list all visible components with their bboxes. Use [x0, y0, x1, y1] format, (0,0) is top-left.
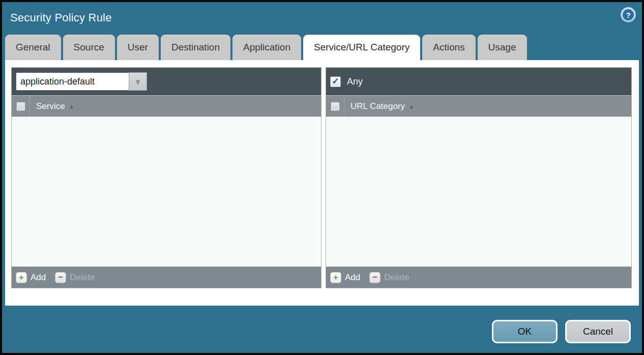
service-select-all-checkbox[interactable] — [16, 102, 25, 111]
service-add-label: Add — [31, 272, 46, 283]
tab-source[interactable]: Source — [63, 35, 115, 60]
any-checkbox[interactable]: ✓ — [330, 76, 341, 87]
url-category-column-header[interactable]: URL Category — [350, 101, 405, 112]
service-table-footer: + Add − Delete — [12, 266, 321, 288]
service-toolbar: ▼ — [12, 68, 321, 95]
service-type-dropdown-button[interactable]: ▼ — [129, 72, 147, 91]
help-icon: ? — [623, 9, 634, 20]
url-category-toolbar: ✓ Any — [326, 68, 631, 95]
tab-usage[interactable]: Usage — [478, 35, 527, 60]
delete-icon: − — [58, 273, 63, 282]
checkmark-icon: ✓ — [332, 77, 339, 86]
dialog-button-row: OK Cancel — [492, 320, 631, 343]
tab-general[interactable]: General — [5, 35, 61, 60]
tab-application[interactable]: Application — [232, 35, 301, 60]
service-table-header: Service ▲ — [12, 95, 321, 117]
service-table-body[interactable] — [12, 117, 321, 266]
service-panel: ▼ Service ▲ + Add − Delete — [11, 67, 321, 288]
service-delete-label: Delete — [70, 272, 95, 283]
tab-actions[interactable]: Actions — [422, 35, 475, 60]
security-policy-rule-dialog: Security Policy Rule ? General Source Us… — [0, 0, 644, 355]
delete-icon: − — [372, 273, 377, 282]
url-category-add-label: Add — [345, 272, 360, 283]
tab-user[interactable]: User — [117, 35, 159, 60]
sort-asc-icon: ▲ — [69, 103, 75, 110]
cancel-button[interactable]: Cancel — [565, 320, 631, 343]
service-column-header[interactable]: Service — [36, 101, 65, 112]
url-category-panel: ✓ Any URL Category ▲ + Add − — [326, 67, 632, 288]
url-category-delete-button[interactable]: − Delete — [369, 272, 409, 283]
service-type-combobox: ▼ — [16, 72, 147, 91]
add-icon: + — [333, 273, 338, 282]
tab-service-url-category[interactable]: Service/URL Category — [303, 35, 420, 60]
sort-asc-icon: ▲ — [408, 103, 415, 110]
url-category-select-all-checkbox[interactable] — [331, 102, 340, 111]
service-add-button[interactable]: + Add — [16, 272, 46, 283]
title-bar: Security Policy Rule ? — [2, 2, 642, 34]
service-delete-button[interactable]: − Delete — [55, 272, 95, 283]
any-label: Any — [347, 76, 363, 87]
url-category-select-all-cell — [326, 96, 344, 117]
url-category-table-footer: + Add − Delete — [326, 266, 631, 288]
url-category-delete-label: Delete — [384, 272, 409, 283]
tab-strip: General Source User Destination Applicat… — [5, 35, 639, 60]
url-category-table-header: URL Category ▲ — [326, 95, 631, 117]
add-icon: + — [19, 273, 24, 282]
service-type-input[interactable] — [16, 72, 129, 91]
ok-button[interactable]: OK — [492, 320, 558, 343]
tab-content: ▼ Service ▲ + Add − Delete — [5, 60, 639, 306]
url-category-table-body[interactable] — [326, 117, 631, 266]
chevron-down-icon: ▼ — [134, 77, 142, 86]
help-button[interactable]: ? — [621, 7, 636, 22]
service-select-all-cell — [12, 96, 30, 117]
tab-destination[interactable]: Destination — [161, 35, 230, 60]
dialog-title: Security Policy Rule — [10, 11, 112, 24]
url-category-add-button[interactable]: + Add — [330, 272, 360, 283]
